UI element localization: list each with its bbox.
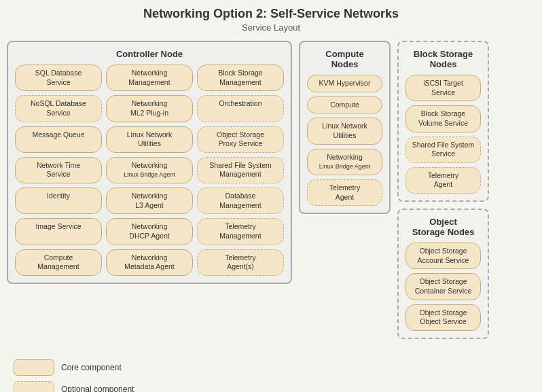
service-networking-metadata: NetworkingMetadata Agent [106,249,193,276]
object-storage-node: ObjectStorage Nodes Object StorageAccoun… [397,209,489,339]
service-networking-ml2: NetworkingML2 Plug-in [106,95,193,122]
service-object-storage-proxy: Object StorageProxy Service [197,126,284,153]
service-compute-management: ComputeManagement [15,249,102,276]
legend: Core component Optional component [14,359,134,392]
service-database-management: DatabaseManagement [197,188,284,214]
legend-optional-box [14,381,54,392]
block-storage-node: Block StorageNodes iSCSI TargetService B… [397,41,489,202]
service-linux-network-util-compute: Linux NetworkUtilities [307,118,382,144]
service-networking-dhcp: NetworkingDHCP Agent [106,218,193,245]
controller-node: Controller Node SQL DatabaseService Netw… [7,41,292,284]
service-object-storage-account: Object StorageAccount Service [405,243,481,269]
controller-node-title: Controller Node [15,49,284,59]
service-telemetry-agents: TelemetryAgent(s) [197,249,284,276]
service-image-service: Image Service [15,218,102,245]
service-networking-linux-bridge-compute: NetworkingLinux Bridge Agent [307,149,382,175]
service-identity: Identity [15,188,102,214]
right-column: Block StorageNodes iSCSI TargetService B… [397,41,489,339]
service-iscsi-target: iSCSI TargetService [405,75,481,101]
page-title: Networking Option 2: Self-Service Networ… [7,7,535,21]
legend-optional: Optional component [14,381,134,392]
block-storage-grid: iSCSI TargetService Block StorageVolume … [405,75,481,194]
compute-node: ComputeNodes KVM Hypervisor Compute Linu… [299,41,391,214]
controller-grid: SQL DatabaseService NetworkingManagement… [15,65,284,276]
legend-optional-label: Optional component [61,385,134,392]
service-sql-database: SQL DatabaseService [15,65,102,91]
service-networking-linux-bridge-ctrl: NetworkingLinux Bridge Agent [106,157,193,183]
service-shared-file-system-service: Shared File SystemService [405,137,481,163]
service-message-queue: Message Queue [15,126,102,153]
service-telemetry-management: TelemetryManagement [197,218,284,245]
bottom-section: Core component Optional component [7,349,535,392]
service-networking-management: NetworkingManagement [106,65,193,91]
object-storage-node-title: ObjectStorage Nodes [405,217,481,237]
legend-core: Core component [14,359,134,376]
service-networking-l3: NetworkingL3 Agent [106,188,193,214]
block-storage-node-title: Block StorageNodes [405,49,481,69]
service-linux-network-utilities: Linux NetworkUtilities [106,126,193,153]
service-nosql-database: NoSQL DatabaseService [15,95,102,122]
service-network-time: Network TimeService [15,157,102,183]
service-telemetry-agent-compute: TelemetryAgent [307,179,382,206]
service-block-storage-management: Block StorageManagement [197,65,284,91]
page-subtitle: Service Layout [7,22,535,33]
service-shared-file-system-mgmt: Shared File SystemManagement [197,157,284,183]
object-storage-grid: Object StorageAccount Service Object Sto… [405,243,481,331]
compute-grid: KVM Hypervisor Compute Linux NetworkUtil… [307,75,382,206]
legend-core-label: Core component [61,363,122,372]
service-object-storage-object: Object StorageObject Service [405,304,481,331]
service-telemetry-agent-block: TelemetryAgent [405,167,481,194]
service-kvm-hypervisor: KVM Hypervisor [307,75,382,92]
service-compute: Compute [307,96,382,114]
service-object-storage-container: Object StorageContainer Service [405,273,481,300]
service-block-storage-volume: Block StorageVolume Service [405,105,481,132]
compute-node-title: ComputeNodes [307,49,382,69]
legend-core-box [14,359,54,376]
service-orchestration: Orchestration [197,95,284,122]
